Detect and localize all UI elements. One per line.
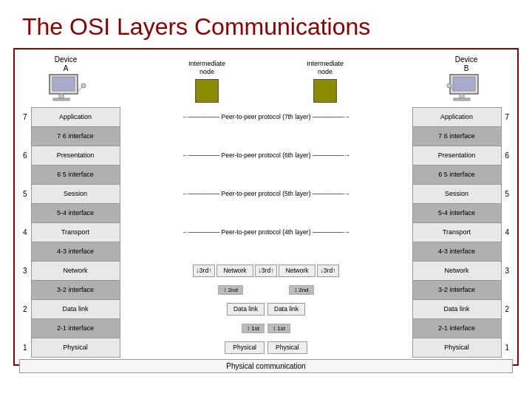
layer-2-right-name: Data link	[412, 300, 501, 319]
layer-7-protocol: ←————— Peer-to-peer protocol (7th layer)…	[120, 108, 412, 127]
layer-4-num-left: 4	[19, 223, 31, 242]
interface-43-right: 4-3 interface	[412, 242, 501, 262]
layer-5-num-right: 5	[501, 185, 513, 204]
layer-7-right-name: Application	[412, 108, 501, 127]
layer-1-right-name: Physical	[412, 338, 501, 358]
layer-3-middle: ↓3rd↑ Network ↓3rd↑ Network ↓3rd↑	[120, 262, 412, 281]
layer-2-row: 2 Data link Data link Data link Data lin…	[19, 300, 513, 319]
physical-communication-bar: Physical communication	[19, 359, 513, 373]
device-b-icon	[446, 73, 487, 106]
interface-43-row: 4-3 interface 4-3 interface	[19, 242, 513, 262]
layer-6-num-left: 6	[19, 146, 31, 166]
layer-1-num-left: 1	[19, 338, 31, 358]
layer-6-left-name: Presentation	[31, 146, 120, 166]
intermediate-node-1: Intermediatenode	[181, 60, 233, 103]
layer-4-right-name: Transport	[412, 223, 501, 242]
svg-point-11	[447, 83, 451, 88]
svg-rect-2	[59, 94, 64, 98]
interface-21-left: 2-1 interface	[31, 319, 120, 338]
layer-3-left-name: Network	[31, 262, 120, 281]
layer-4-left-name: Transport	[31, 223, 120, 242]
layer-2-left-name: Data link	[31, 300, 120, 319]
interface-76-left: 7 6 interface	[31, 127, 120, 146]
layer-1-num-right: 1	[501, 338, 513, 358]
int-node-1-box	[195, 79, 219, 103]
int-node-2-label: Intermediatenode	[307, 60, 344, 76]
svg-rect-7	[453, 77, 475, 91]
intermediate-node-2: Intermediatenode	[299, 60, 351, 103]
layer-5-protocol: ←————— Peer-to-peer protocol (5th layer)…	[120, 185, 412, 204]
layer-5-row: 5 Session ←————— Peer-to-peer protocol (…	[19, 185, 513, 204]
page-title: The OSI Layers Communications	[0, 0, 532, 48]
device-b: DeviceB	[426, 55, 507, 106]
layer-7-left-name: Application	[31, 108, 120, 127]
layer-3-row: 3 Network ↓3rd↑ Network ↓3rd↑ Network ↓3…	[19, 262, 513, 281]
interface-21-row: 2-1 interface ↕ 1st ↕ 1st 2-1 interface	[19, 319, 513, 338]
layer-7-row: 7 Application ←————— Peer-to-peer protoc…	[19, 108, 513, 127]
layer-5-right-name: Session	[412, 185, 501, 204]
interface-43-left: 4-3 interface	[31, 242, 120, 262]
diagram-container: DeviceA Intermediatenode Intermediatenod…	[13, 48, 519, 366]
layer-4-num-right: 4	[501, 223, 513, 242]
interface-65-row: 6 5 interface 6 5 interface	[19, 166, 513, 185]
interface-54-right: 5-4 interface	[412, 204, 501, 223]
layer-3-num-right: 3	[501, 262, 513, 281]
layer-2-num-right: 2	[501, 300, 513, 319]
interface-32-row: 3-2 interface ↕ 2nd ↕ 2nd 3-2 interface	[19, 281, 513, 300]
layer-1-left-name: Physical	[31, 338, 120, 358]
layer-6-protocol: ←————— Peer-to-peer protocol (6th layer)…	[120, 146, 412, 166]
device-a-icon	[46, 73, 86, 106]
interface-65-left: 6 5 interface	[31, 166, 120, 185]
device-a: DeviceA	[25, 55, 106, 106]
physical-communication-label: Physical communication	[226, 362, 305, 370]
layer-2-num-left: 2	[19, 300, 31, 319]
layer-3-num-left: 3	[19, 262, 31, 281]
int-node-2-box	[313, 79, 337, 103]
osi-layers-table: 7 Application ←————— Peer-to-peer protoc…	[19, 107, 513, 358]
interface-54-row: 5-4 interface 5-4 interface	[19, 204, 513, 223]
layer-5-num-left: 5	[19, 185, 31, 204]
interface-76-row: 7 6 interface 7 6 interface	[19, 127, 513, 146]
device-a-label: DeviceA	[55, 55, 78, 73]
layer-6-right-name: Presentation	[412, 146, 501, 166]
layer-6-row: 6 Presentation ←————— Peer-to-peer proto…	[19, 146, 513, 166]
layer-3-right-name: Network	[412, 262, 501, 281]
layer-7-num-left: 7	[19, 108, 31, 127]
interface-65-right: 6 5 interface	[412, 166, 501, 185]
svg-rect-1	[52, 77, 75, 91]
int-node-1-label: Intermediatenode	[188, 60, 225, 76]
interface-54-left: 5-4 interface	[31, 204, 120, 223]
layer-7-num-right: 7	[501, 108, 513, 127]
layer-6-num-right: 6	[501, 146, 513, 166]
svg-rect-9	[454, 98, 470, 100]
layer-4-row: 4 Transport ←————— Peer-to-peer protocol…	[19, 223, 513, 242]
interface-21-right: 2-1 interface	[412, 319, 501, 338]
interface-32-right: 3-2 interface	[412, 281, 501, 300]
device-b-label: DeviceB	[455, 55, 478, 73]
svg-rect-8	[460, 94, 464, 98]
svg-rect-3	[53, 98, 69, 100]
interface-32-left: 3-2 interface	[31, 281, 120, 300]
interface-76-right: 7 6 interface	[412, 127, 501, 146]
svg-point-5	[81, 83, 86, 88]
layer-4-protocol: ←————— Peer-to-peer protocol (4th layer)…	[120, 223, 412, 242]
layer-5-left-name: Session	[31, 185, 120, 204]
layer-1-row: 1 Physical Physical Physical Physical 1	[19, 338, 513, 358]
